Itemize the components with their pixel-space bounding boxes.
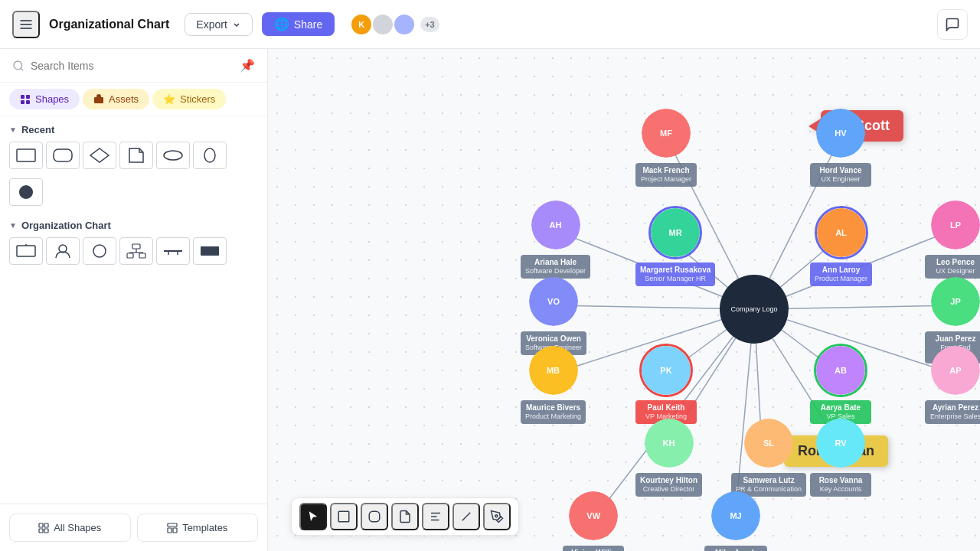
node-avatar: RV bbox=[814, 416, 867, 470]
node-label: Ann Laroy Product Manager bbox=[810, 262, 872, 286]
svg-rect-7 bbox=[21, 100, 24, 104]
node-rose-vanna[interactable]: RV Rose Vanna Key Accounts bbox=[810, 416, 871, 497]
node-avatar: MB bbox=[527, 344, 580, 397]
svg-rect-34 bbox=[168, 528, 172, 533]
org-shape-person[interactable] bbox=[46, 237, 80, 265]
menu-button[interactable] bbox=[12, 11, 40, 38]
chat-button[interactable] bbox=[937, 9, 968, 40]
node-avatar: AP bbox=[929, 344, 980, 397]
svg-rect-11 bbox=[54, 149, 72, 161]
node-label: Rose Vanna Key Accounts bbox=[810, 473, 871, 497]
shape-rectangle[interactable] bbox=[9, 142, 43, 169]
svg-marker-12 bbox=[90, 148, 109, 162]
org-shape-line[interactable] bbox=[156, 237, 190, 265]
node-mack-french[interactable]: MF Mack French Project Manager bbox=[635, 106, 697, 187]
globe-icon: 🌐 bbox=[274, 17, 289, 31]
all-shapes-button[interactable]: All Shapes bbox=[9, 514, 131, 542]
svg-point-14 bbox=[204, 148, 215, 162]
svg-rect-16 bbox=[17, 246, 35, 256]
node-avatar: HV bbox=[814, 106, 867, 160]
shape-ellipse-tall[interactable] bbox=[193, 142, 227, 169]
node-vivian-willis[interactable]: VW Vivian Willis Video Production bbox=[563, 489, 624, 551]
shape-page[interactable] bbox=[119, 142, 153, 169]
recent-shapes-row2 bbox=[0, 175, 267, 212]
node-ann-laroy[interactable]: AL Ann Laroy Product Manager bbox=[810, 206, 872, 286]
svg-point-3 bbox=[14, 61, 22, 70]
node-margaret-rusakova[interactable]: MR Margaret Rusakova Senior Manager HR bbox=[635, 206, 715, 286]
node-mike-jacob[interactable]: MJ Mike Jacob Graphic Designer bbox=[704, 489, 767, 551]
node-ariana-hale[interactable]: AH Ariana Hale Software Developer bbox=[521, 198, 590, 279]
line-tool[interactable] bbox=[452, 503, 480, 530]
shape-diamond[interactable] bbox=[83, 142, 116, 169]
org-shape-circle[interactable] bbox=[83, 237, 116, 265]
node-samwera-lutz[interactable]: SL Samwera Lutz PR & Communication bbox=[731, 416, 806, 497]
text-tool[interactable] bbox=[422, 503, 449, 530]
svg-rect-8 bbox=[26, 100, 30, 104]
bottom-toolbar bbox=[291, 497, 519, 536]
svg-rect-29 bbox=[39, 523, 43, 527]
node-maurice-bivers[interactable]: MB Maurice Bivers Product Marketing bbox=[521, 344, 586, 424]
pen-tool[interactable] bbox=[483, 503, 511, 530]
chevron-down-icon-2: ▼ bbox=[9, 221, 17, 230]
node-avatar: SL bbox=[742, 416, 795, 470]
main-layout: 📌 Shapes Assets ⭐ Stickers ▼ Recent bbox=[0, 49, 980, 551]
svg-rect-5 bbox=[21, 95, 24, 99]
node-kourtney-hilton[interactable]: KH Kourtney Hilton Creative Director bbox=[635, 416, 702, 497]
avatar-count: +3 bbox=[420, 17, 439, 32]
section-recent[interactable]: ▼ Recent bbox=[0, 116, 267, 139]
rectangle-tool[interactable] bbox=[330, 503, 358, 530]
section-org-chart[interactable]: ▼ Organization Chart bbox=[0, 212, 267, 234]
node-avatar: JP bbox=[929, 275, 980, 328]
tab-stickers[interactable]: ⭐ Stickers bbox=[152, 89, 226, 109]
pointer-tool[interactable] bbox=[299, 503, 327, 530]
node-avatar: MF bbox=[639, 106, 693, 160]
org-shape-tree[interactable] bbox=[119, 237, 153, 265]
org-shape-block[interactable] bbox=[193, 237, 227, 265]
org-shape-rect[interactable] bbox=[9, 237, 43, 265]
search-input[interactable] bbox=[31, 60, 234, 72]
chevron-down-icon: ▼ bbox=[9, 126, 17, 134]
canvas[interactable]: Company Logo Eli Scott Rory Logan MF Mac… bbox=[268, 49, 980, 551]
sidebar: 📌 Shapes Assets ⭐ Stickers ▼ Recent bbox=[0, 49, 268, 551]
node-label: Vivian Willis Video Production bbox=[563, 546, 624, 551]
node-label: Ayrian Perez Enterprise Sales bbox=[925, 400, 980, 424]
svg-rect-54 bbox=[369, 511, 380, 522]
grid-icon bbox=[38, 523, 49, 533]
sidebar-tabs: Shapes Assets ⭐ Stickers bbox=[0, 83, 267, 116]
node-hord-vance[interactable]: HV Hord Vance UX Engineer bbox=[810, 106, 871, 187]
header-right bbox=[937, 9, 968, 40]
svg-rect-33 bbox=[168, 523, 177, 527]
tab-assets[interactable]: Assets bbox=[83, 89, 149, 109]
share-button[interactable]: 🌐 Share bbox=[262, 12, 335, 36]
node-ayrian-perez[interactable]: AP Ayrian Perez Enterprise Sales bbox=[925, 344, 980, 424]
shape-ellipse-wide[interactable] bbox=[156, 142, 190, 169]
shape-circle-filled[interactable] bbox=[9, 178, 43, 206]
node-paul-keith[interactable]: PK Paul Keith VP Marketing bbox=[635, 344, 697, 424]
pin-icon: 📌 bbox=[240, 58, 255, 73]
node-label: Kourtney Hilton Creative Director bbox=[635, 473, 702, 497]
node-leo-pence[interactable]: LP Leo Pence UX Designer bbox=[925, 198, 980, 279]
node-aarya-bate[interactable]: AB Aarya Bate VP Sales bbox=[810, 344, 871, 424]
note-tool[interactable] bbox=[391, 503, 419, 530]
svg-point-59 bbox=[495, 515, 498, 517]
node-label: Margaret Rusakova Senior Manager HR bbox=[635, 262, 715, 286]
svg-rect-32 bbox=[44, 529, 48, 533]
search-bar: 📌 bbox=[0, 49, 267, 83]
avatar-2 bbox=[371, 13, 394, 36]
templates-icon bbox=[167, 523, 178, 533]
svg-point-15 bbox=[19, 185, 33, 199]
center-logo[interactable]: Company Logo bbox=[720, 275, 789, 344]
shape-rounded-rect[interactable] bbox=[46, 142, 80, 169]
node-veronica-owen[interactable]: VO Veronica Owen Software Engineer bbox=[521, 275, 586, 355]
node-avatar: PK bbox=[639, 344, 693, 397]
templates-button[interactable]: Templates bbox=[137, 514, 259, 542]
svg-point-13 bbox=[164, 151, 182, 160]
svg-line-4 bbox=[21, 68, 23, 70]
tab-shapes[interactable]: Shapes bbox=[9, 89, 80, 109]
rounded-tool[interactable] bbox=[361, 503, 388, 530]
svg-rect-31 bbox=[39, 529, 43, 533]
svg-rect-28 bbox=[201, 246, 219, 256]
avatar-3 bbox=[393, 13, 416, 36]
export-button[interactable]: Export bbox=[185, 13, 252, 36]
svg-rect-24 bbox=[139, 253, 145, 258]
